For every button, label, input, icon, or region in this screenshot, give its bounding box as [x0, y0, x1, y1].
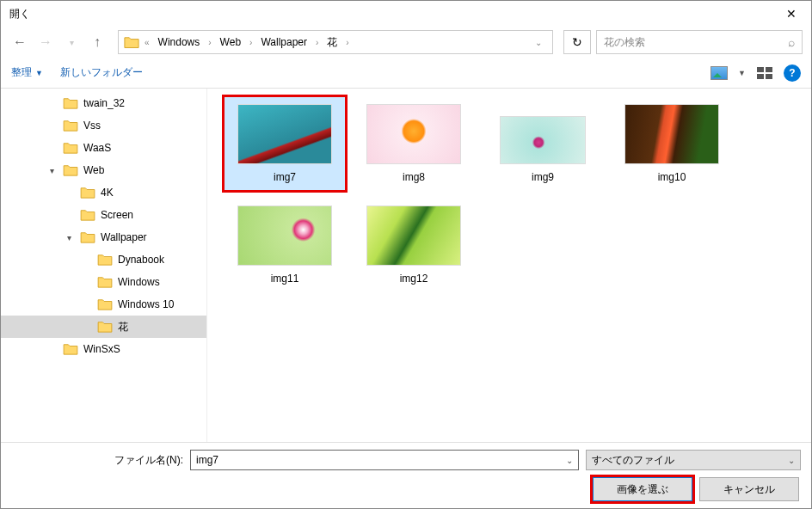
thumbnail-label: img8	[403, 171, 425, 183]
search-input[interactable]: 花の検索 ⌕	[596, 30, 803, 54]
chevron-down-icon[interactable]: ⌄	[788, 456, 795, 465]
footer: ファイル名(N): img7 ⌄ すべてのファイル ⌄ 画像を選ぶ キャンセル	[1, 442, 811, 508]
thumbnail-label: img7	[274, 171, 296, 183]
tree-item[interactable]: Windows	[1, 271, 206, 293]
recent-dropdown[interactable]: ▾	[61, 32, 82, 52]
preview-pane-button[interactable]	[754, 63, 775, 83]
forward-button[interactable]: →	[35, 32, 56, 52]
tree-item[interactable]: 4K	[1, 181, 206, 204]
chevron-right-icon: ›	[206, 38, 212, 47]
folder-icon	[80, 231, 95, 243]
tree-item[interactable]: ▾Wallpaper	[1, 226, 206, 248]
file-thumbnail[interactable]: img11	[225, 199, 345, 291]
tree-item[interactable]: Vss	[1, 114, 206, 137]
folder-icon	[80, 187, 95, 199]
tree-item[interactable]: 花	[1, 316, 206, 338]
view-mode-button[interactable]	[709, 63, 729, 83]
tree-item-label: Vss	[83, 120, 101, 132]
view-controls: ▼ ?	[709, 63, 801, 83]
tree-item-label: Windows	[118, 276, 160, 288]
breadcrumb-item[interactable]: 花	[323, 34, 341, 52]
file-grid[interactable]: img7img8img9img10img11img12	[207, 89, 811, 442]
folder-icon	[63, 120, 78, 132]
tree-item-label: Dynabook	[118, 254, 164, 266]
tree-item-label: 花	[118, 320, 128, 334]
expand-icon[interactable]: ▾	[63, 233, 75, 242]
tree-item[interactable]: Windows 10	[1, 293, 206, 316]
thumbnail-image	[237, 205, 332, 266]
file-thumbnail[interactable]: img10	[612, 97, 732, 190]
folder-icon	[63, 343, 78, 355]
tree-item-label: Screen	[101, 209, 133, 221]
tree-item-label: 4K	[101, 187, 114, 199]
chevron-down-icon[interactable]: ▼	[738, 69, 746, 77]
chevron-down-icon[interactable]: ⌄	[566, 456, 573, 465]
tree-item-label: WinSxS	[83, 343, 120, 355]
filter-select[interactable]: すべてのファイル ⌄	[586, 450, 801, 470]
toolbar: 整理 ▼ 新しいフォルダー ▼ ?	[1, 58, 811, 89]
search-icon[interactable]: ⌕	[788, 35, 795, 49]
close-button[interactable]: ✕	[772, 1, 811, 27]
folder-icon	[80, 209, 95, 221]
navbar: ← → ▾ ↑ « Windows › Web › Wallpaper › 花 …	[1, 27, 811, 58]
folder-tree[interactable]: twain_32VssWaaS▾Web4KScreen▾WallpaperDyn…	[1, 89, 207, 442]
expand-icon[interactable]: ▾	[46, 166, 58, 175]
tree-item[interactable]: Screen	[1, 204, 206, 226]
folder-icon	[63, 164, 78, 176]
breadcrumb-item[interactable]: Wallpaper	[257, 34, 311, 50]
folder-icon	[97, 276, 113, 288]
folder-icon	[63, 97, 78, 109]
thumbnail-label: img10	[658, 171, 686, 183]
breadcrumb[interactable]: « Windows › Web › Wallpaper › 花 › ⌄	[118, 30, 553, 54]
folder-icon	[97, 254, 113, 266]
organize-menu[interactable]: 整理 ▼	[11, 65, 43, 80]
thumbnail-label: img11	[271, 273, 299, 285]
folder-icon	[97, 321, 113, 333]
folder-icon	[97, 298, 113, 310]
tree-item-label: Wallpaper	[101, 231, 147, 243]
chevron-down-icon: ▼	[35, 69, 43, 77]
tree-item[interactable]: WaaS	[1, 137, 206, 159]
up-button[interactable]: ↑	[87, 32, 108, 52]
select-image-button[interactable]: 画像を選ぶ	[593, 477, 692, 501]
file-thumbnail[interactable]: img8	[354, 97, 474, 190]
file-thumbnail[interactable]: img12	[354, 199, 474, 291]
new-folder-button[interactable]: 新しいフォルダー	[60, 65, 143, 80]
window-title: 開く	[9, 7, 30, 21]
tree-item-label: twain_32	[83, 97, 125, 109]
chevron-right-icon: ›	[314, 38, 320, 47]
tree-item-label: WaaS	[83, 142, 111, 154]
filename-label: ファイル名(N):	[11, 453, 183, 468]
search-placeholder: 花の検索	[604, 35, 788, 50]
refresh-button[interactable]: ↻	[563, 30, 591, 54]
thumbnail-label: img12	[400, 273, 428, 285]
folder-icon	[63, 142, 78, 154]
tree-item-label: Web	[83, 164, 104, 176]
chevron-right-icon: ›	[248, 38, 254, 47]
tree-item[interactable]: WinSxS	[1, 338, 206, 360]
back-button[interactable]: ←	[9, 32, 30, 52]
file-thumbnail[interactable]: img7	[225, 97, 345, 190]
tree-item[interactable]: Dynabook	[1, 248, 206, 271]
file-thumbnail[interactable]: img9	[483, 97, 603, 190]
tree-item[interactable]: twain_32	[1, 92, 206, 114]
chevron-right-icon: ›	[344, 38, 350, 47]
filter-value: すべてのファイル	[592, 453, 788, 468]
thumbnail-image	[366, 205, 461, 266]
breadcrumb-dropdown[interactable]: ⌄	[530, 38, 547, 47]
folder-icon	[124, 36, 139, 48]
tree-item[interactable]: ▾Web	[1, 159, 206, 181]
breadcrumb-item[interactable]: Web	[217, 34, 244, 50]
thumbnail-label: img9	[532, 171, 554, 183]
help-button[interactable]: ?	[784, 64, 801, 82]
thumbnail-image	[624, 104, 719, 164]
filename-value: img7	[196, 454, 566, 466]
thumbnail-image	[500, 116, 586, 164]
titlebar: 開く ✕	[1, 1, 811, 27]
breadcrumb-item[interactable]: Windows	[155, 34, 204, 50]
breadcrumb-lead: «	[143, 38, 151, 47]
cancel-button[interactable]: キャンセル	[699, 477, 799, 501]
body: twain_32VssWaaS▾Web4KScreen▾WallpaperDyn…	[1, 89, 811, 442]
filename-input[interactable]: img7 ⌄	[190, 450, 579, 470]
thumbnail-image	[237, 104, 332, 164]
